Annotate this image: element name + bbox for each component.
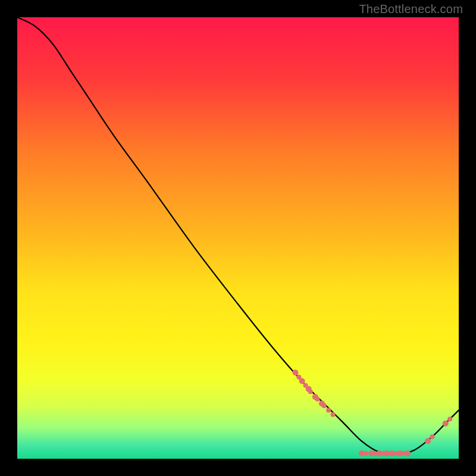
data-point [430,434,434,439]
data-point [292,369,298,375]
data-point [315,397,320,402]
data-point [425,438,431,444]
data-point [443,421,449,427]
chart-frame: TheBottleneck.com [0,0,476,476]
data-point [364,451,368,456]
watermark-text: TheBottleneck.com [359,2,463,16]
data-point [322,403,327,408]
gradient-background [17,17,459,459]
data-point [308,389,313,394]
data-point [447,416,452,421]
data-point [331,412,336,417]
data-point [299,378,305,384]
data-point [326,408,331,412]
data-point [405,450,411,456]
chart-svg [17,17,459,459]
plot-area [17,17,459,459]
data-point [383,450,389,456]
